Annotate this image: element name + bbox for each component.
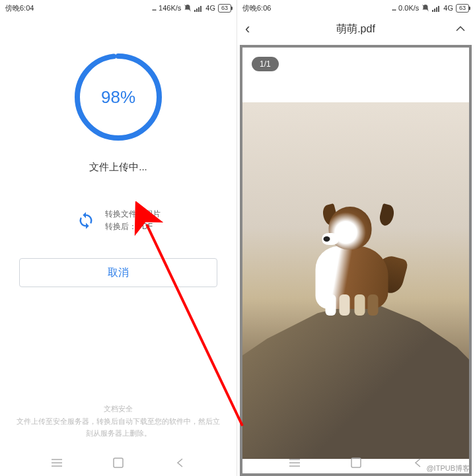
pdf-header: ‹ 萌萌.pdf bbox=[237, 15, 474, 44]
nav-home-icon[interactable] bbox=[349, 456, 363, 469]
network-speed: 146K/s bbox=[159, 4, 181, 12]
security-note: 文档安全 文件上传至安全服务器，转换后自动下载至您的软件中，然后立刻从服务器上删… bbox=[0, 403, 237, 440]
upload-status-text: 文件上传中... bbox=[89, 161, 147, 174]
pdf-image-content bbox=[242, 102, 469, 459]
svg-rect-4 bbox=[200, 6, 201, 12]
network-type: 4G bbox=[443, 4, 453, 12]
status-time: 傍晚6:04 bbox=[5, 3, 34, 13]
sync-icon bbox=[76, 211, 96, 230]
svg-rect-13 bbox=[434, 9, 435, 12]
network-type: 4G bbox=[205, 4, 215, 12]
progress-percent: 98% bbox=[69, 48, 168, 147]
battery-icon: 63 bbox=[218, 4, 231, 13]
pdf-viewer-screen: 傍晚6:06 ... 0.0K/s 4G 63 ‹ 萌萌.pdf 1/1 bbox=[237, 0, 474, 476]
nav-recent-icon[interactable] bbox=[288, 456, 301, 469]
convert-source: 转换文件：图片 bbox=[105, 208, 161, 221]
svg-rect-12 bbox=[432, 10, 433, 12]
security-desc: 文件上传至安全服务器，转换后自动下载至您的软件中，然后立刻从服务器上删除。 bbox=[13, 415, 223, 440]
pdf-page: 1/1 bbox=[242, 48, 469, 473]
status-bar-right: 傍晚6:06 ... 0.0K/s 4G 63 bbox=[237, 0, 474, 15]
alarm-off-icon bbox=[421, 4, 429, 12]
convert-info: 转换文件：图片 转换后：PDF bbox=[76, 208, 161, 233]
share-button[interactable] bbox=[455, 22, 466, 37]
nav-back-icon[interactable] bbox=[411, 456, 424, 469]
signal-dots-icon: ... bbox=[392, 4, 396, 12]
network-speed: 0.0K/s bbox=[398, 4, 419, 12]
alarm-off-icon bbox=[184, 4, 192, 12]
cancel-button[interactable]: 取消 bbox=[19, 258, 217, 287]
signal-bars-icon bbox=[194, 5, 203, 12]
status-bar-left: 傍晚6:04 ... 146K/s 4G 63 bbox=[0, 0, 237, 15]
convert-target: 转换后：PDF bbox=[105, 221, 161, 233]
svg-rect-3 bbox=[198, 7, 200, 12]
nav-back-icon[interactable] bbox=[173, 456, 186, 469]
battery-icon: 63 bbox=[456, 4, 469, 13]
pdf-title: 萌萌.pdf bbox=[336, 22, 375, 36]
nav-bar-left bbox=[0, 450, 237, 476]
nav-home-icon[interactable] bbox=[112, 456, 125, 469]
svg-rect-14 bbox=[436, 7, 437, 12]
svg-rect-10 bbox=[114, 458, 123, 467]
watermark: @ITPUB博客 bbox=[426, 463, 470, 473]
page-indicator: 1/1 bbox=[252, 57, 279, 71]
upload-screen: 傍晚6:04 ... 146K/s 4G 63 98% 文件上传中... bbox=[0, 0, 237, 476]
pdf-viewer[interactable]: 1/1 bbox=[240, 45, 472, 476]
signal-bars-icon bbox=[432, 5, 441, 12]
status-indicators: ... 146K/s 4G 63 bbox=[152, 4, 231, 13]
progress-ring: 98% bbox=[69, 48, 168, 147]
back-button[interactable]: ‹ bbox=[245, 20, 250, 38]
status-time: 傍晚6:06 bbox=[242, 3, 271, 13]
svg-rect-2 bbox=[196, 9, 198, 12]
svg-rect-19 bbox=[351, 458, 361, 467]
security-title: 文档安全 bbox=[13, 403, 223, 415]
status-indicators: ... 0.0K/s 4G 63 bbox=[392, 4, 469, 13]
svg-rect-15 bbox=[438, 6, 439, 12]
nav-recent-icon[interactable] bbox=[50, 456, 63, 469]
signal-dots-icon: ... bbox=[152, 4, 156, 12]
svg-rect-1 bbox=[194, 10, 196, 12]
